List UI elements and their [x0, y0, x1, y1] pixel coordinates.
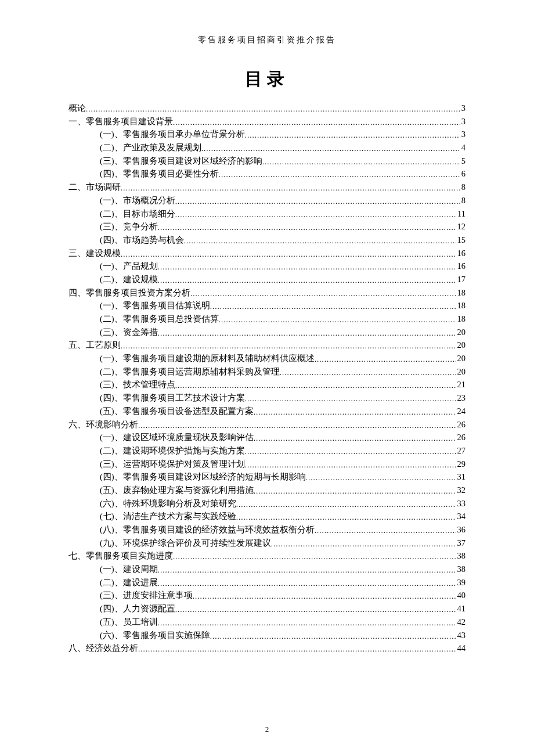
- toc-leader-dots: [245, 131, 460, 139]
- toc-entry-label: (一)、市场概况分析: [100, 196, 175, 205]
- toc-entry[interactable]: 三、建设规模16: [68, 249, 466, 258]
- toc-entry[interactable]: (四)、人力资源配置41: [68, 604, 466, 613]
- toc-entry-label: (二)、建设期环境保护措施与实施方案: [100, 447, 245, 455]
- toc-entry-page: 36: [456, 525, 466, 534]
- toc-entry[interactable]: (二)、目标市场细分11: [68, 210, 466, 218]
- toc-entry[interactable]: 七、零售服务项目实施进度38: [68, 552, 466, 560]
- toc-entry-label: 概论: [68, 104, 86, 113]
- toc-entry-page: 8: [460, 196, 466, 205]
- toc-entry[interactable]: 一、零售服务项目建设背景3: [68, 117, 466, 126]
- toc-entry-label: (四)、零售服务项目必要性分析: [100, 170, 219, 178]
- toc-entry[interactable]: (五)、零售服务项目设备选型及配置方案24: [68, 407, 466, 416]
- toc-entry[interactable]: (三)、资金筹措20: [68, 328, 466, 337]
- toc-entry[interactable]: (四)、零售服务项目必要性分析6: [68, 170, 466, 178]
- toc-entry[interactable]: (四)、零售服务项目建设对区域经济的短期与长期影响31: [68, 473, 466, 481]
- toc-entry[interactable]: (二)、产业政策及发展规划4: [68, 143, 466, 152]
- toc-leader-dots: [175, 381, 456, 389]
- toc-leader-dots: [315, 355, 456, 363]
- toc-entry[interactable]: (三)、技术管理特点21: [68, 380, 466, 389]
- toc-leader-dots: [138, 645, 456, 653]
- toc-entry[interactable]: 四、零售服务项目投资方案分析18: [68, 289, 466, 297]
- toc-entry-page: 21: [456, 380, 466, 389]
- toc-leader-dots: [245, 461, 456, 469]
- toc-entry-label: (一)、建设周期: [100, 565, 158, 574]
- toc-entry[interactable]: (二)、建设规模17: [68, 275, 466, 284]
- document-header: 零售服务项目招商引资推介报告: [68, 35, 466, 45]
- toc-entry[interactable]: (六)、零售服务项目实施保障43: [68, 631, 466, 640]
- toc-entry-page: 33: [456, 499, 466, 508]
- toc-entry-page: 4: [460, 143, 466, 152]
- toc-entry-page: 15: [456, 236, 466, 244]
- toc-entry-page: 41: [456, 604, 466, 613]
- toc-entry[interactable]: (六)、特殊环境影响分析及对策研究33: [68, 499, 466, 508]
- toc-entry[interactable]: (二)、零售服务项目总投资估算18: [68, 315, 466, 323]
- toc-entry[interactable]: 六、环境影响分析26: [68, 420, 466, 429]
- toc-entry[interactable]: (一)、零售服务项目估算说明18: [68, 301, 466, 310]
- toc-entry-label: (三)、运营期环境保护对策及管理计划: [100, 460, 245, 469]
- toc-entry-label: (五)、零售服务项目设备选型及配置方案: [100, 407, 254, 416]
- toc-entry[interactable]: (三)、零售服务项目建设对区域经济的影响5: [68, 157, 466, 165]
- toc-leader-dots: [245, 448, 456, 455]
- toc-entry-page: 20: [456, 341, 466, 350]
- toc-entry[interactable]: (二)、建设期环境保护措施与实施方案27: [68, 447, 466, 455]
- toc-entry[interactable]: (三)、运营期环境保护对策及管理计划29: [68, 460, 466, 469]
- toc-entry[interactable]: (三)、进度安排注意事项40: [68, 591, 466, 600]
- toc-leader-dots: [138, 422, 456, 429]
- toc-leader-dots: [210, 632, 456, 640]
- toc-entry-label: (六)、特殊环境影响分析及对策研究: [100, 499, 236, 508]
- toc-entry[interactable]: 二、市场调研8: [68, 183, 466, 192]
- toc-entry[interactable]: (四)、零售服务项目工艺技术设计方案23: [68, 394, 466, 402]
- toc-entry[interactable]: (二)、零售服务项目运营期原辅材料采购及管理20: [68, 368, 466, 376]
- toc-entry[interactable]: (三)、竞争分析12: [68, 222, 466, 231]
- toc-entry[interactable]: (五)、废弃物处理方案与资源化利用措施32: [68, 486, 466, 495]
- toc-leader-dots: [219, 171, 460, 178]
- toc-entry-page: 27: [456, 447, 466, 455]
- toc-entry-label: (二)、目标市场细分: [100, 210, 175, 218]
- toc-entry-page: 29: [456, 460, 466, 469]
- toc-entry-label: (二)、建设进展: [100, 578, 158, 587]
- toc-entry-label: (二)、产业政策及发展规划: [100, 143, 201, 152]
- toc-leader-dots: [86, 105, 460, 113]
- toc-entry[interactable]: (四)、市场趋势与机会15: [68, 236, 466, 244]
- page-number: 2: [0, 725, 534, 734]
- toc-entry-page: 40: [456, 591, 466, 600]
- toc-list: 概论3一、零售服务项目建设背景3(一)、零售服务项目承办单位背景分析3(二)、产…: [68, 104, 466, 653]
- toc-entry[interactable]: (一)、产品规划16: [68, 262, 466, 271]
- toc-entry-page: 17: [456, 275, 466, 284]
- toc-leader-dots: [158, 329, 456, 337]
- toc-entry-label: (六)、零售服务项目实施保障: [100, 631, 210, 640]
- toc-leader-dots: [271, 540, 456, 548]
- toc-entry[interactable]: 八、经济效益分析44: [68, 644, 466, 653]
- toc-entry-page: 37: [456, 539, 466, 548]
- toc-entry[interactable]: (一)、零售服务项目建设期的原材料及辅助材料供应概述20: [68, 354, 466, 363]
- toc-entry[interactable]: 概论3: [68, 104, 466, 113]
- toc-entry-page: 18: [456, 301, 466, 310]
- toc-entry[interactable]: (一)、建设周期38: [68, 565, 466, 574]
- toc-entry[interactable]: (八)、零售服务项目建设的经济效益与环境效益权衡分析36: [68, 525, 466, 534]
- toc-entry[interactable]: 五、工艺原则20: [68, 341, 466, 350]
- toc-entry-label: (三)、零售服务项目建设对区域经济的影响: [100, 157, 262, 165]
- toc-entry[interactable]: (七)、清洁生产技术方案与实践经验34: [68, 512, 466, 521]
- toc-entry-label: 四、零售服务项目投资方案分析: [68, 289, 190, 297]
- toc-entry[interactable]: (二)、建设进展39: [68, 578, 466, 587]
- toc-entry[interactable]: (一)、建设区域环境质量现状及影响评估26: [68, 433, 466, 442]
- toc-leader-dots: [175, 211, 456, 218]
- toc-entry-page: 18: [456, 315, 466, 323]
- toc-entry-label: 二、市场调研: [68, 183, 121, 192]
- toc-leader-dots: [184, 237, 456, 244]
- toc-entry[interactable]: (一)、零售服务项目承办单位背景分析3: [68, 130, 466, 139]
- toc-leader-dots: [219, 316, 456, 323]
- toc-leader-dots: [236, 513, 456, 521]
- toc-entry-label: (二)、建设规模: [100, 275, 158, 284]
- toc-entry-page: 23: [456, 394, 466, 402]
- toc-leader-dots: [175, 606, 456, 613]
- toc-entry-page: 11: [456, 210, 466, 218]
- toc-entry-page: 26: [456, 420, 466, 429]
- toc-entry-label: (一)、建设区域环境质量现状及影响评估: [100, 433, 254, 442]
- toc-entry[interactable]: (一)、市场概况分析8: [68, 196, 466, 205]
- toc-entry-page: 18: [456, 289, 466, 297]
- toc-entry[interactable]: (九)、环境保护综合评价及可持续性发展建议37: [68, 539, 466, 548]
- toc-entry[interactable]: (五)、员工培训42: [68, 618, 466, 627]
- toc-leader-dots: [173, 553, 456, 560]
- toc-leader-dots: [158, 224, 456, 231]
